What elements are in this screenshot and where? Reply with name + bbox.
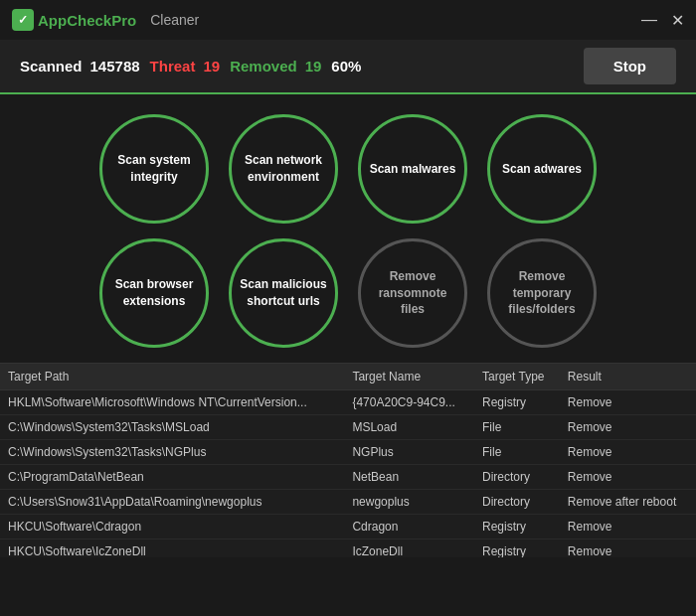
app-subtitle: Cleaner: [150, 12, 199, 28]
results-table-container: Target PathTarget NameTarget TypeResult …: [0, 363, 696, 557]
app-name-pro: Pro: [111, 12, 136, 29]
scan-circle[interactable]: Scan system integrity: [99, 114, 209, 224]
table-cell-result: Remove: [560, 465, 696, 490]
table-header: Target Type: [474, 364, 560, 390]
removed-stat: Removed 19: [230, 58, 321, 75]
scanned-label: Scanned: [20, 58, 83, 75]
scan-circle[interactable]: Scan browser extensions: [99, 238, 209, 348]
table-cell-name: {470A20C9-94C9...: [344, 390, 474, 415]
table-row[interactable]: HKCU\Software\IcZoneDllIcZoneDllRegistry…: [0, 539, 696, 558]
table-cell-type: Registry: [474, 539, 560, 558]
table-cell-name: newgoplus: [344, 490, 474, 515]
scan-row-2: Scan browser extensionsScan malicious sh…: [20, 238, 676, 348]
scan-area: Scan system integrityScan network enviro…: [0, 94, 696, 363]
title-bar-controls: — ✕: [641, 11, 684, 30]
scan-circle[interactable]: Remove ransomnote files: [358, 238, 467, 348]
percent-stat: 60%: [331, 58, 361, 75]
table-row[interactable]: HKCU\Software\CdragonCdragonRegistryRemo…: [0, 515, 696, 539]
removed-label: Removed: [230, 58, 297, 75]
title-bar-left: ✓ AppCheckPro Cleaner: [12, 9, 199, 31]
table-cell-path: C:\Windows\System32\Tasks\MSLoad: [0, 415, 344, 440]
table-row[interactable]: C:\Users\Snow31\AppData\Roaming\newgoplu…: [0, 490, 696, 515]
stats-bar: Scanned 145788 Threat 19 Removed 19 60% …: [0, 40, 696, 94]
table-row[interactable]: C:\Windows\System32\Tasks\NGPlusNGPlusFi…: [0, 440, 696, 465]
table-cell-result: Remove after reboot: [560, 490, 696, 515]
table-cell-name: MSLoad: [344, 415, 474, 440]
table-cell-path: C:\Windows\System32\Tasks\NGPlus: [0, 440, 344, 465]
table-row[interactable]: HKLM\Software\Microsoft\Windows NT\Curre…: [0, 390, 696, 415]
table-cell-type: Registry: [474, 515, 560, 539]
results-table: Target PathTarget NameTarget TypeResult …: [0, 364, 696, 557]
table-cell-name: NetBean: [344, 465, 474, 490]
table-cell-path: C:\ProgramData\NetBean: [0, 465, 344, 490]
title-bar: ✓ AppCheckPro Cleaner — ✕: [0, 0, 696, 40]
app-logo-icon: ✓: [12, 9, 34, 31]
table-cell-path: HKCU\Software\Cdragon: [0, 515, 344, 539]
table-row[interactable]: C:\Windows\System32\Tasks\MSLoadMSLoadFi…: [0, 415, 696, 440]
table-cell-name: Cdragon: [344, 515, 474, 539]
table-cell-result: Remove: [560, 515, 696, 539]
results-table-wrapper[interactable]: Target PathTarget NameTarget TypeResult …: [0, 364, 696, 557]
table-cell-type: Directory: [474, 490, 560, 515]
table-cell-result: Remove: [560, 390, 696, 415]
table-cell-path: HKCU\Software\IcZoneDll: [0, 539, 344, 558]
table-cell-name: NGPlus: [344, 440, 474, 465]
table-header: Target Name: [344, 364, 474, 390]
scanned-stat: Scanned 145788: [20, 58, 140, 75]
table-cell-type: File: [474, 440, 560, 465]
table-cell-name: IcZoneDll: [344, 539, 474, 558]
table-cell-type: Registry: [474, 390, 560, 415]
table-body: HKLM\Software\Microsoft\Windows NT\Curre…: [0, 390, 696, 558]
app-name-main: AppCheck: [38, 12, 111, 29]
scan-circle[interactable]: Scan malicious shortcut urls: [229, 238, 338, 348]
scan-row-1: Scan system integrityScan network enviro…: [20, 114, 676, 224]
removed-value: 19: [305, 58, 322, 75]
percent-value: 60%: [331, 58, 361, 75]
table-header: Target Path: [0, 364, 344, 390]
table-cell-result: Remove: [560, 415, 696, 440]
scan-circle[interactable]: Scan network environment: [229, 114, 338, 224]
scan-circle[interactable]: Scan adwares: [487, 114, 597, 224]
table-cell-type: Directory: [474, 465, 560, 490]
minimize-button[interactable]: —: [641, 11, 657, 29]
app-logo: ✓ AppCheckPro: [12, 9, 136, 31]
close-button[interactable]: ✕: [671, 11, 684, 30]
scan-circle[interactable]: Remove temporary files/folders: [487, 238, 597, 348]
table-cell-result: Remove: [560, 440, 696, 465]
table-header: Result: [560, 364, 696, 390]
table-cell-path: HKLM\Software\Microsoft\Windows NT\Curre…: [0, 390, 344, 415]
table-row[interactable]: C:\ProgramData\NetBeanNetBeanDirectoryRe…: [0, 465, 696, 490]
threat-stat: Threat 19: [150, 58, 221, 75]
app-name: AppCheckPro: [38, 12, 136, 29]
table-cell-type: File: [474, 415, 560, 440]
table-cell-result: Remove: [560, 539, 696, 558]
stop-button[interactable]: Stop: [584, 48, 676, 84]
table-header-row: Target PathTarget NameTarget TypeResult: [0, 364, 696, 390]
threat-value: 19: [203, 58, 220, 75]
scan-circle[interactable]: Scan malwares: [358, 114, 467, 224]
threat-label: Threat: [150, 58, 196, 75]
scanned-value: 145788: [90, 58, 140, 75]
table-cell-path: C:\Users\Snow31\AppData\Roaming\newgoplu…: [0, 490, 344, 515]
